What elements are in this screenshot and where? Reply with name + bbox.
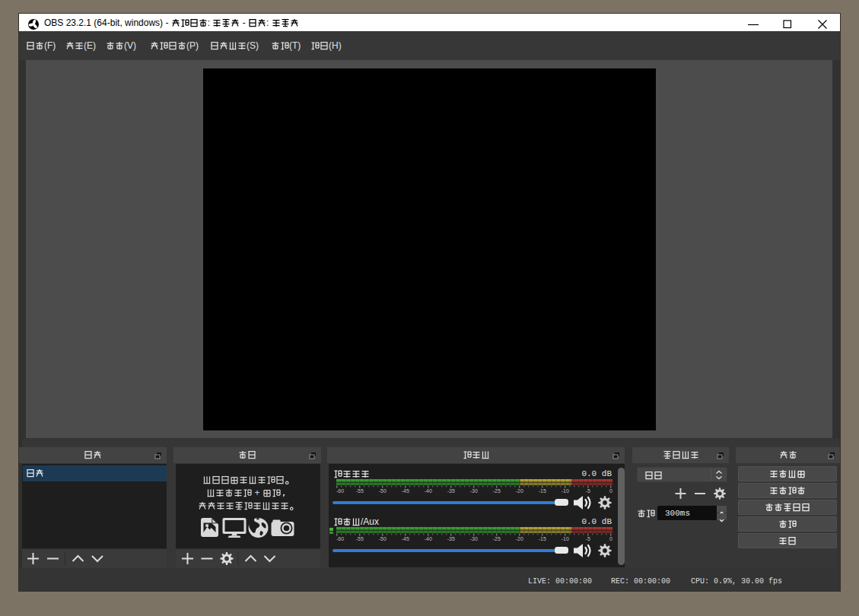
svg-text:-15: -15 xyxy=(539,536,546,541)
svg-text:-60: -60 xyxy=(336,536,344,541)
svg-text:-40: -40 xyxy=(425,536,432,541)
svg-text:0: 0 xyxy=(609,536,612,541)
svg-text:-10: -10 xyxy=(562,488,569,494)
svg-text:-50: -50 xyxy=(379,536,387,541)
svg-text:-55: -55 xyxy=(356,536,364,541)
svg-text:-45: -45 xyxy=(402,488,409,494)
svg-text:-25: -25 xyxy=(493,536,501,541)
svg-text:-35: -35 xyxy=(447,536,455,541)
svg-text:-5: -5 xyxy=(586,536,590,541)
svg-text:-20: -20 xyxy=(516,488,523,494)
svg-text:-50: -50 xyxy=(379,488,387,494)
svg-text:-5: -5 xyxy=(586,488,590,494)
svg-text:-30: -30 xyxy=(470,536,478,541)
svg-text:-60: -60 xyxy=(336,488,344,494)
svg-text:-55: -55 xyxy=(356,488,364,494)
svg-text:-30: -30 xyxy=(470,488,478,494)
svg-text:-40: -40 xyxy=(425,488,432,494)
svg-text:-15: -15 xyxy=(539,488,546,494)
svg-text:-45: -45 xyxy=(402,536,409,541)
svg-text:-25: -25 xyxy=(493,488,501,494)
svg-text:0: 0 xyxy=(609,488,612,494)
svg-text:-20: -20 xyxy=(516,536,523,541)
svg-text:-35: -35 xyxy=(447,488,455,494)
svg-text:-10: -10 xyxy=(562,536,569,541)
